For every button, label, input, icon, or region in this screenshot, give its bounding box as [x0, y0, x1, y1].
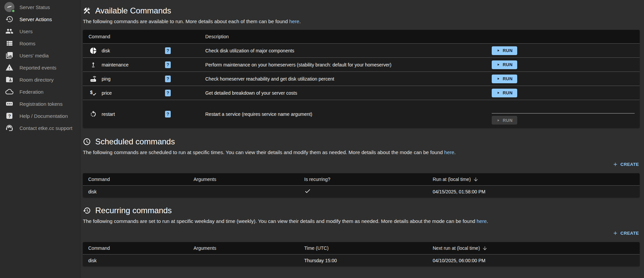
column-header-is-recurring: Is recurring? [299, 177, 427, 182]
sort-desc-icon [473, 177, 479, 182]
scheduled-toolbar: CREATE [83, 160, 640, 169]
section-title: Recurring commands [95, 205, 172, 216]
recurring-docs-link[interactable]: here [477, 218, 487, 224]
section-title: Scheduled commands [95, 137, 175, 147]
history-icon [83, 206, 91, 215]
play-icon [496, 49, 500, 52]
sidebar-item-server-actions[interactable]: Server Actions [0, 13, 80, 25]
available-docs-link[interactable]: here [289, 18, 299, 24]
column-header-command: Command [83, 177, 188, 182]
sidebar-item-help-documentation[interactable]: Help / Documentation [0, 110, 80, 122]
help-badge-button[interactable]: ? [165, 76, 171, 82]
sidebar-item-server-status[interactable]: Server Status [0, 1, 80, 13]
sidebar-item-registration-tokens[interactable]: Registration tokens [0, 98, 80, 110]
column-header-description: Description [205, 34, 492, 39]
recurring-commands-table: Command Arguments Time (UTC) Next run at… [83, 242, 640, 266]
available-commands-subtitle: The following commands are available to … [83, 18, 640, 25]
price-check-icon [90, 89, 97, 97]
subtitle-period: . [454, 149, 455, 155]
command-name: restart [102, 111, 115, 117]
scheduled-commands-header: Scheduled commands [83, 137, 640, 147]
support-agent-icon [4, 124, 14, 132]
run-button-disk[interactable]: RUN [492, 46, 517, 55]
sidebar-item-label: Reported events [19, 65, 56, 71]
sidebar-item-label: Contact etke.cc support [19, 125, 72, 131]
sidebar-item-room-directory[interactable]: Room directory [0, 74, 80, 86]
column-header-next-run-sort[interactable]: Next run at (local time) [427, 245, 640, 251]
run-button-ping[interactable]: RUN [492, 75, 517, 83]
cloud-icon [4, 88, 14, 96]
clock-icon [83, 138, 91, 146]
construction-tools-icon [83, 7, 91, 15]
list-icon [4, 39, 14, 47]
router-icon [90, 75, 97, 83]
available-commands-header: Available Commands [83, 6, 640, 16]
table-header-row: Command Description [83, 30, 640, 43]
command-name: disk [102, 48, 110, 53]
play-icon [496, 91, 500, 95]
table-row-maintenance: maintenance ? Perform maintenance on you… [83, 57, 640, 72]
sidebar-item-reported-events[interactable]: Reported events [0, 61, 80, 74]
history-settings-icon [4, 15, 14, 23]
cell-time-utc: Thursday 15:00 [299, 258, 427, 263]
column-header-time-utc: Time (UTC) [299, 245, 427, 251]
available-commands-table: Command Description disk ? Check disk ut… [83, 30, 640, 128]
command-description: Perform maintenance on your homeservers … [205, 62, 492, 67]
sidebar-item-users-media[interactable]: Users' media [0, 49, 80, 61]
play-icon [496, 77, 500, 81]
sidebar-item-label: Rooms [19, 41, 36, 46]
folder-shared-icon [4, 76, 14, 84]
sidebar-item-rooms[interactable]: Rooms [0, 37, 80, 49]
column-header-run-at-sort[interactable]: Run at (local time) [427, 177, 640, 182]
table-row-ping: ping ? Check homeserver reachability and… [83, 72, 640, 86]
subtitle-text: The following commands are available to … [83, 18, 289, 24]
sidebar-item-contact-support[interactable]: Contact etke.cc support [0, 122, 80, 134]
run-button-restart-disabled[interactable]: RUN [492, 116, 517, 125]
scheduled-commands-subtitle: The following commands are scheduled to … [83, 149, 640, 155]
run-button-maintenance[interactable]: RUN [492, 60, 517, 69]
help-badge-button[interactable]: ? [165, 47, 171, 54]
scheduled-create-button[interactable]: CREATE [612, 160, 640, 169]
cell-next-run-at: 04/10/2025, 06:00:00 PM [427, 258, 640, 263]
subtitle-text: The following commands are set to run at… [83, 218, 477, 224]
sidebar-item-label: Server Actions [19, 16, 52, 22]
run-button-price[interactable]: RUN [492, 89, 517, 97]
column-header-command: Command [83, 245, 188, 251]
upgrade-icon [90, 61, 97, 68]
restart-arguments-input[interactable] [492, 101, 635, 113]
sidebar-item-label: Server Status [19, 4, 50, 10]
recurring-create-button[interactable]: CREATE [612, 229, 640, 237]
recurring-toolbar: CREATE [83, 229, 640, 237]
command-name: maintenance [102, 62, 128, 67]
play-icon [496, 119, 500, 122]
sidebar-item-label: Users [19, 29, 33, 34]
help-badge-button[interactable]: ? [165, 61, 171, 68]
help-badge-button[interactable]: ? [165, 111, 171, 118]
photo-library-icon [4, 51, 14, 59]
rotate-left-icon [90, 110, 97, 118]
sidebar-item-users[interactable]: Users [0, 25, 80, 37]
command-description: Get detailed breakdown of your server co… [205, 90, 492, 96]
scheduled-docs-link[interactable]: here [444, 149, 454, 155]
server-status-avatar [4, 2, 14, 12]
scheduled-row-disk[interactable]: disk 04/15/2025, 01:58:00 PM [83, 185, 640, 197]
column-header-arguments: Arguments [188, 245, 299, 251]
help-icon [4, 112, 14, 120]
subtitle-text: The following commands are scheduled to … [83, 149, 444, 155]
plus-icon [612, 161, 618, 167]
cell-command: disk [83, 189, 188, 194]
sidebar-item-federation[interactable]: Federation [0, 86, 80, 98]
main-content: Available Commands The following command… [80, 6, 644, 266]
subtitle-period: . [487, 218, 488, 224]
sidebar-item-label: Users' media [19, 53, 49, 58]
help-badge-button[interactable]: ? [165, 90, 171, 96]
users-icon [4, 27, 14, 35]
sidebar-item-label: Help / Documentation [19, 113, 68, 119]
sort-desc-icon [482, 245, 488, 251]
play-icon [496, 63, 500, 66]
column-header-arguments: Arguments [188, 177, 299, 182]
subtitle-period: . [299, 18, 301, 24]
table-header-row: Command Arguments Is recurring? Run at (… [83, 173, 640, 185]
recurring-commands-subtitle: The following commands are set to run at… [83, 218, 640, 224]
recurring-row-disk[interactable]: disk Thursday 15:00 04/10/2025, 06:00:00… [83, 254, 640, 266]
